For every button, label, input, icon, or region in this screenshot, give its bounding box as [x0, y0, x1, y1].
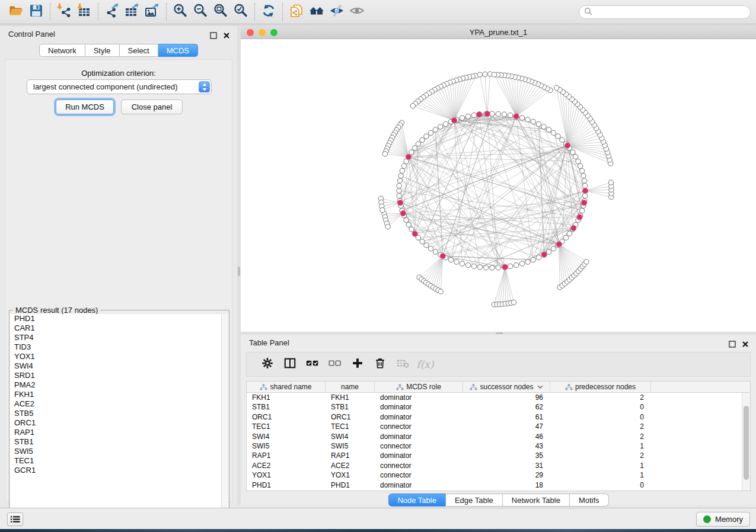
traffic-close-button[interactable] — [247, 29, 254, 36]
table-row[interactable]: PHD1PHD1dominator180 — [247, 480, 742, 490]
float-window-icon[interactable] — [210, 31, 217, 38]
open-file-button[interactable] — [6, 2, 26, 21]
table-tab-node-table[interactable]: Node Table — [388, 493, 446, 507]
import-table-button[interactable] — [74, 2, 94, 21]
float-window-icon[interactable] — [729, 339, 736, 347]
mcds-result-item[interactable]: FKH1 — [10, 390, 228, 399]
mcds-result-item[interactable]: PMA2 — [10, 380, 228, 390]
table-panel-title: Table Panel — [249, 338, 289, 347]
export-table-button[interactable] — [122, 2, 142, 21]
table-row[interactable]: STB1STB1dominator620 — [247, 402, 742, 412]
show-graphics-details-button[interactable] — [347, 2, 367, 21]
duplicate-network-icon — [289, 3, 304, 21]
column-header-successor-nodes[interactable]: successor nodes — [463, 382, 550, 392]
close-panel-button[interactable]: Close panel — [121, 100, 183, 114]
table-cell: dominator — [375, 432, 463, 441]
column-header-name[interactable]: name — [326, 382, 375, 392]
hide-graphics-details-button[interactable] — [327, 2, 347, 21]
close-icon[interactable] — [742, 339, 749, 347]
mcds-result-item[interactable]: TEC1 — [10, 456, 228, 466]
mcds-result-item[interactable]: ACE2 — [10, 399, 228, 409]
mcds-list-scrollbar[interactable] — [221, 314, 228, 530]
mcds-result-item[interactable]: STB1 — [10, 437, 228, 447]
show-columns-button[interactable] — [279, 355, 301, 373]
table-row[interactable]: RAP1RAP1dominator352 — [247, 451, 742, 460]
close-icon[interactable] — [223, 31, 230, 38]
export-network-button[interactable] — [102, 2, 122, 21]
mcds-result-item[interactable]: PHD1 — [10, 314, 228, 323]
table-cell: 43 — [463, 441, 550, 451]
toolbar-separator — [254, 3, 255, 21]
splitter-handle[interactable] — [496, 332, 503, 334]
table-scrollbar-thumb[interactable] — [744, 406, 749, 480]
delete-row-button[interactable] — [369, 355, 391, 373]
tab-style[interactable]: Style — [85, 44, 120, 57]
network-graph[interactable] — [241, 39, 756, 332]
column-label: shared name — [270, 383, 311, 391]
table-cell: FKH1 — [247, 393, 326, 402]
mcds-result-item[interactable]: GCR1 — [10, 466, 228, 475]
table-row[interactable]: YOX1YOX1connector291 — [247, 470, 742, 480]
mcds-result-item[interactable]: STP4 — [10, 333, 228, 342]
first-neighbors-button[interactable] — [307, 2, 327, 21]
zoom-fit-button[interactable] — [210, 2, 231, 21]
add-row-button[interactable] — [346, 355, 369, 373]
select-all-icon — [306, 357, 319, 372]
delete-table-button — [391, 355, 414, 373]
hide-graphics-details-icon — [329, 3, 344, 21]
table-row[interactable]: FKH1FKH1dominator962 — [247, 393, 742, 402]
table-row[interactable]: ORC1ORC1dominator610 — [247, 412, 742, 422]
panel-menu-button[interactable] — [7, 512, 23, 526]
mcds-result-item[interactable]: SWI5 — [10, 447, 228, 456]
select-all-button[interactable] — [301, 355, 324, 373]
table-scrollbar[interactable] — [742, 393, 750, 491]
run-mcds-button[interactable]: Run MCDS — [56, 100, 114, 114]
duplicate-network-button[interactable] — [286, 2, 307, 21]
zoom-fit-icon — [213, 3, 228, 21]
column-header-shared-name[interactable]: shared name — [247, 382, 326, 392]
network-titlebar[interactable]: YPA_prune.txt_1 — [241, 26, 756, 39]
zoom-in-button[interactable] — [170, 2, 190, 21]
mcds-result-item[interactable]: YOX1 — [10, 352, 228, 361]
refresh-view-button[interactable] — [259, 2, 279, 21]
tab-network[interactable]: Network — [39, 44, 85, 57]
main-toolbar — [0, 0, 756, 24]
zoom-selected-button[interactable] — [231, 2, 251, 21]
save-session-button[interactable] — [26, 2, 46, 21]
table-tab-motifs[interactable]: Motifs — [570, 493, 609, 507]
table-row[interactable]: SWI5SWI5connector431 — [247, 441, 742, 451]
table-cell: TEC1 — [326, 422, 375, 431]
tab-mcds[interactable]: MCDS — [158, 44, 198, 57]
table-tab-edge-table[interactable]: Edge Table — [446, 493, 503, 507]
export-table-icon — [125, 3, 140, 21]
table-settings-gear-button[interactable] — [256, 355, 279, 373]
memory-button[interactable]: Memory — [696, 512, 750, 527]
mcds-result-item[interactable]: SRD1 — [10, 371, 228, 380]
table-row[interactable]: SWI4SWI4dominator462 — [247, 432, 742, 441]
table-row[interactable]: TEC1TEC1connector472 — [247, 422, 742, 431]
zoom-out-button[interactable] — [190, 2, 210, 21]
table-cell: ORC1 — [247, 412, 326, 422]
column-header-predecessor-nodes[interactable]: predecessor nodes — [550, 382, 651, 392]
mcds-result-item[interactable]: STB5 — [10, 409, 228, 418]
deselect-all-button[interactable] — [324, 355, 346, 373]
table-tab-network-table[interactable]: Network Table — [503, 493, 570, 507]
traffic-zoom-button[interactable] — [270, 29, 277, 36]
tab-select[interactable]: Select — [120, 44, 158, 57]
mcds-result-item[interactable]: SWI4 — [10, 361, 228, 371]
export-image-button[interactable] — [142, 2, 162, 21]
mcds-result-item[interactable]: TID3 — [10, 342, 228, 352]
optimization-criterion-select[interactable]: largest connected component (undirected) — [27, 79, 212, 94]
zoom-selected-icon — [233, 3, 248, 21]
traffic-minimize-button[interactable] — [259, 29, 266, 36]
search-box[interactable] — [579, 5, 751, 19]
search-input[interactable] — [592, 7, 750, 18]
network-canvas[interactable] — [241, 39, 756, 332]
column-header-mcds-role[interactable]: MCDS role — [375, 382, 463, 392]
splitter-handle[interactable] — [238, 267, 240, 276]
table-row[interactable]: ACE2ACE2connector311 — [247, 461, 742, 470]
mcds-result-item[interactable]: CAR1 — [10, 323, 228, 333]
mcds-result-item[interactable]: RAP1 — [10, 428, 228, 437]
mcds-result-item[interactable]: ORC1 — [10, 418, 228, 428]
import-network-button[interactable] — [54, 2, 74, 21]
